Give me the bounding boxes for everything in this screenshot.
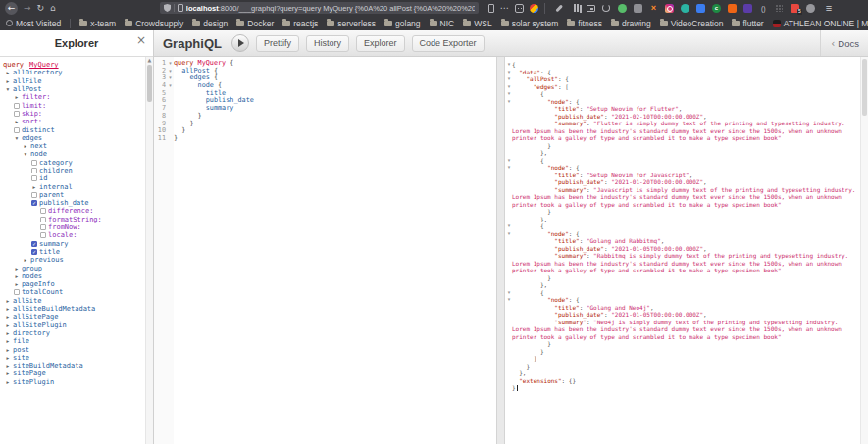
- tree-item[interactable]: ▸allSitePlugin: [3, 321, 145, 329]
- ext-camera-icon[interactable]: [665, 4, 674, 13]
- caret-down-icon[interactable]: ▾: [5, 86, 11, 92]
- caret-right-icon[interactable]: ▸: [5, 330, 11, 336]
- editor-line[interactable]: 8 }: [154, 113, 496, 121]
- tree-item[interactable]: ▸group: [3, 264, 145, 271]
- checkbox[interactable]: [40, 224, 46, 230]
- profile-avatar-icon[interactable]: [530, 4, 538, 13]
- fold-caret-icon[interactable]: ▾: [167, 68, 174, 75]
- extension-face-icon[interactable]: [515, 4, 524, 13]
- tree-item[interactable]: ▸pageInfo: [3, 280, 145, 288]
- checkbox[interactable]: [40, 232, 46, 238]
- tree-item[interactable]: ▸next: [3, 142, 145, 150]
- checkbox[interactable]: [31, 175, 37, 181]
- tree-item[interactable]: ▸internal: [3, 182, 145, 190]
- query-name[interactable]: MyQuery: [29, 61, 59, 69]
- caret-right-icon[interactable]: ▸: [5, 70, 11, 75]
- caret-right-icon[interactable]: ▸: [14, 266, 20, 271]
- tree-item[interactable]: ✓title: [3, 248, 145, 256]
- tree-item[interactable]: category: [3, 159, 145, 167]
- ext-green-circle-icon[interactable]: [618, 4, 627, 13]
- caret-right-icon[interactable]: ▸: [31, 184, 37, 190]
- checkbox[interactable]: [14, 127, 20, 133]
- bookmark-item[interactable]: flutter: [732, 19, 763, 28]
- tree-item[interactable]: locale:: [3, 231, 145, 239]
- caret-right-icon[interactable]: ▸: [5, 370, 11, 376]
- url-bar[interactable]: localhost:8000/___graphql?query=query My…: [160, 2, 479, 14]
- pane-resizer[interactable]: [496, 57, 505, 444]
- tree-item[interactable]: ▸siteBuildMetadata: [3, 362, 145, 370]
- ext-teal-circle-icon[interactable]: [681, 4, 689, 13]
- back-button[interactable]: ←: [5, 2, 18, 15]
- tree-item[interactable]: ▸filter:: [3, 93, 145, 101]
- tree-item[interactable]: ▸allSite: [3, 297, 145, 305]
- fold-caret-icon[interactable]: ▾: [167, 60, 174, 68]
- editor-line[interactable]: 10 }: [154, 127, 496, 135]
- query-editor[interactable]: 1▾query MyQuery {2▾ allPost {3▾ edges {4…: [154, 57, 496, 444]
- caret-right-icon[interactable]: ▸: [5, 355, 11, 361]
- tree-item[interactable]: ▾node: [3, 150, 145, 158]
- tree-item[interactable]: children: [3, 167, 145, 174]
- docs-button[interactable]: ‹ Docs: [820, 30, 859, 56]
- tree-item[interactable]: fromNow:: [3, 223, 145, 231]
- tree-item[interactable]: ▸allDirectory: [3, 69, 145, 76]
- ext-green-letter-icon[interactable]: c: [712, 4, 721, 13]
- menu-icon[interactable]: ≡: [826, 3, 832, 14]
- tree-item[interactable]: ▸sitePlugin: [3, 378, 145, 386]
- caret-right-icon[interactable]: ▸: [14, 119, 20, 124]
- tree-item[interactable]: ▸site: [3, 354, 145, 362]
- tree-item[interactable]: parent: [3, 191, 145, 199]
- picture-in-picture-icon[interactable]: [587, 4, 595, 13]
- tree-item[interactable]: ▾allPost: [3, 85, 145, 93]
- ext-gray-circle-icon[interactable]: [806, 4, 815, 13]
- tree-item[interactable]: skip:: [3, 110, 145, 118]
- checkbox-checked[interactable]: ✓: [31, 249, 37, 255]
- fold-caret-icon[interactable]: ▾: [167, 74, 174, 82]
- forward-button[interactable]: →: [24, 4, 31, 13]
- scroll-up-arrow-icon[interactable]: ▲: [146, 57, 153, 64]
- ext-grid-icon[interactable]: [775, 4, 784, 13]
- history-button[interactable]: History: [306, 35, 349, 52]
- caret-right-icon[interactable]: ▸: [5, 306, 11, 312]
- ext-orange-square-icon[interactable]: [728, 4, 737, 13]
- tree-item[interactable]: ✓publish_date: [3, 199, 145, 207]
- bookmark-item[interactable]: WSL: [463, 19, 491, 28]
- tree-item[interactable]: id: [3, 174, 145, 182]
- most-visited-button[interactable]: Most Visited: [6, 19, 61, 28]
- bookmark-item[interactable]: x-team: [79, 19, 116, 28]
- checkbox[interactable]: [40, 217, 46, 222]
- ext-orange-x-icon[interactable]: ×: [649, 4, 658, 13]
- explorer-button[interactable]: Explorer: [356, 35, 405, 52]
- tree-item[interactable]: ▸allFile: [3, 77, 145, 85]
- tree-item[interactable]: ▸post: [3, 345, 145, 353]
- tree-item[interactable]: limit:: [3, 101, 145, 109]
- caret-right-icon[interactable]: ▸: [23, 257, 28, 263]
- checkbox[interactable]: [14, 111, 20, 117]
- tree-item[interactable]: ▸sort:: [3, 118, 145, 125]
- response-viewer[interactable]: ▾{▾ "data": {▾ "allPost": {▾ "edges": [▾…: [505, 57, 860, 444]
- checkbox[interactable]: [40, 208, 46, 214]
- tree-item[interactable]: distinct: [3, 125, 145, 133]
- caret-right-icon[interactable]: ▸: [23, 143, 28, 149]
- library-icon[interactable]: [571, 4, 580, 13]
- checkbox[interactable]: [31, 192, 37, 198]
- tree-item[interactable]: ▸directory: [3, 329, 145, 337]
- tree-item[interactable]: ▾edges: [3, 134, 145, 142]
- overflow-menu-button[interactable]: ⋯: [500, 4, 509, 13]
- code-exporter-button[interactable]: Code Exporter: [412, 35, 485, 52]
- tree-item[interactable]: ▸nodes: [3, 272, 145, 280]
- checkbox[interactable]: [31, 160, 37, 166]
- caret-right-icon[interactable]: ▸: [5, 338, 11, 344]
- scrollbar-thumb[interactable]: [147, 65, 152, 102]
- ext-gray-square-icon[interactable]: [634, 4, 642, 13]
- wrench-icon[interactable]: [555, 4, 564, 13]
- caret-right-icon[interactable]: ▸: [5, 363, 11, 369]
- checkbox-checked[interactable]: ✓: [31, 241, 37, 247]
- caret-right-icon[interactable]: ▸: [5, 379, 11, 385]
- prettify-button[interactable]: Prettify: [256, 35, 299, 52]
- bookmark-item[interactable]: VideoCreation: [660, 19, 724, 28]
- ext-purple-square-icon[interactable]: [743, 4, 752, 13]
- tree-item[interactable]: ▸allSitePage: [3, 313, 145, 321]
- bookmark-item[interactable]: design: [192, 19, 228, 28]
- ext-blue-square-icon[interactable]: [696, 4, 705, 13]
- close-icon[interactable]: ×: [136, 34, 146, 46]
